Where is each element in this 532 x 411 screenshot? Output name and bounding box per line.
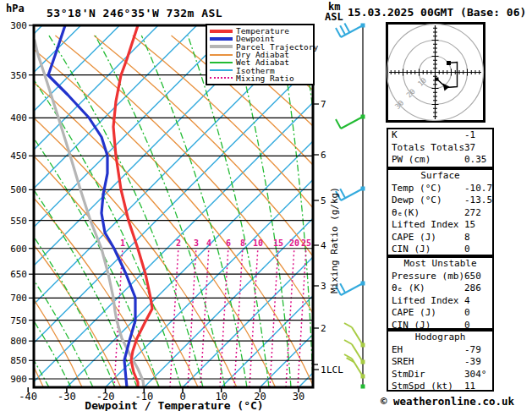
table-row-value: 0.35	[464, 154, 487, 167]
temperature-axis-title: Dewpoint / Temperature (°C)	[0, 399, 348, 411]
run-datetime: 15.03.2025 00GMT (Base: 06)	[348, 6, 526, 19]
mixing-ratio-value: 2	[176, 238, 181, 248]
table-row-value: -1	[464, 129, 475, 142]
legend-swatch-parcel-trajectory	[210, 45, 233, 48]
table-row-label: CIN (J)	[392, 244, 431, 256]
table-header: Surface	[388, 170, 492, 183]
table-row-value: -10.7	[464, 183, 492, 195]
table-row-value: -13.5	[464, 195, 492, 207]
table-row: K-1	[388, 129, 492, 142]
legend-swatch-dewpoint	[210, 37, 233, 41]
mixing-ratio-value: 4	[206, 238, 211, 248]
table-row: EH-79	[388, 344, 492, 357]
dewpoint-curve	[48, 25, 135, 387]
legend-label: Wet Adiabat	[236, 58, 289, 66]
table-row-label: Lifted Index	[392, 219, 458, 232]
legend-swatch-isotherm	[210, 69, 233, 71]
table-row-label: CAPE (J)	[392, 307, 436, 320]
table-row-label: θₑ (K)	[392, 282, 425, 295]
mixing-ratio-value: 3	[194, 238, 199, 248]
mixing-ratio-axis-title: Mixing Ratio (g/kg)	[329, 187, 340, 293]
wind-barb	[336, 282, 365, 296]
mixing-ratio-value: 15	[273, 238, 283, 248]
legend-swatch-mixing-ratio	[210, 77, 233, 79]
table-row-label: StmDir	[392, 369, 425, 381]
legend-box: TemperatureDewpointParcel TrajectoryDry …	[206, 24, 315, 85]
table-row-value: 0	[464, 307, 470, 320]
legend-swatch-temperature	[210, 30, 233, 33]
km-tick-label: 7	[321, 99, 326, 110]
table-row-label: EH	[392, 344, 403, 357]
table-row: Lifted Index15	[388, 219, 492, 232]
copyright-text: © weatheronline.co.uk	[381, 395, 514, 408]
table-row-value: 650	[464, 271, 481, 283]
table-row: Lifted Index4	[388, 295, 492, 308]
hodograph-plot: 102030	[386, 22, 485, 123]
legend-item: Mixing Ratio	[210, 74, 312, 82]
table-row-label: PW (cm)	[392, 154, 431, 167]
table-row: Totals Totals37	[388, 142, 492, 155]
table-row: StmSpd (kt)11	[388, 381, 492, 393]
table-row: StmDir304°	[388, 369, 492, 381]
legend-label: Mixing Ratio	[236, 74, 294, 82]
pressure-tick-label: 450	[10, 151, 27, 162]
table-row-value: 304°	[464, 369, 487, 381]
table-row-label: SREH	[392, 356, 414, 369]
lcl-label: LCL	[326, 364, 343, 375]
indices-table-0: K-1Totals Totals37PW (cm)0.35	[387, 128, 494, 168]
mixing-ratio-value: 20	[289, 238, 299, 248]
km-tick-label: 2	[321, 323, 326, 334]
table-row-value: 0	[464, 244, 470, 256]
table-row-value: 11	[464, 381, 475, 393]
table-row-value: 272	[464, 207, 481, 220]
table-row-value: 37	[464, 142, 475, 155]
pressure-tick-label: 300	[10, 20, 27, 31]
pressure-tick-label: 850	[10, 355, 27, 366]
pressure-tick-label: 650	[10, 269, 27, 280]
wind-barb	[336, 187, 365, 201]
pressure-axis-unit: hPa	[6, 3, 25, 14]
table-row-label: Totals Totals	[392, 142, 464, 155]
table-row-label: θₑ(K)	[392, 207, 420, 220]
table-row-label: Temp (°C)	[392, 183, 442, 195]
pressure-tick-label: 500	[10, 184, 27, 195]
mixing-ratio-value: 6	[226, 238, 231, 248]
pressure-tick-label: 750	[10, 315, 27, 326]
table-row: SREH-39	[388, 356, 492, 369]
wind-barb	[361, 385, 365, 389]
table-row-label: StmSpd (kt)	[392, 381, 453, 393]
mixing-ratio-value: 1	[120, 238, 125, 248]
table-row-value: 4	[464, 295, 470, 308]
wind-barb	[336, 115, 365, 129]
mixing-ratio-value: 25	[301, 238, 311, 248]
table-row: PW (cm)0.35	[388, 154, 492, 167]
table-row-value: 15	[464, 219, 475, 232]
km-tick-label: 4	[321, 240, 326, 251]
pressure-tick-label: 550	[10, 216, 27, 227]
table-row-value: -39	[464, 356, 481, 369]
table-row: CAPE (J)0	[388, 307, 492, 320]
table-row: CAPE (J)8	[388, 232, 492, 244]
table-row: θₑ (K)286	[388, 282, 492, 295]
table-row: Dewp (°C)-13.5	[388, 195, 492, 207]
table-row: θₑ(K)272	[388, 207, 492, 220]
table-row: CIN (J)0	[388, 244, 492, 256]
table-row-value: -79	[464, 344, 481, 357]
table-row-label: Dewp (°C)	[392, 195, 442, 207]
pressure-tick-label: 400	[10, 112, 27, 123]
pressure-tick-label: 700	[10, 293, 27, 304]
page-title: 53°18'N 246°35'W 732m ASL	[47, 7, 222, 19]
pressure-tick-label: 800	[10, 336, 27, 347]
wind-barb	[344, 354, 365, 379]
table-header: Most Unstable	[388, 258, 492, 271]
pressure-tick-label: 900	[10, 374, 27, 385]
wind-barb	[344, 323, 365, 348]
pressure-tick-label: 350	[10, 70, 27, 81]
table-row: Temp (°C)-10.7	[388, 183, 492, 195]
table-row-label: K	[392, 129, 398, 142]
table-row-value: 8	[464, 232, 470, 244]
indices-table-3: HodographEH-79SREH-39StmDir304°StmSpd (k…	[387, 330, 494, 392]
indices-table-2: Most UnstablePressure (mb)650θₑ (K)286Li…	[387, 256, 494, 330]
table-row: Pressure (mb)650	[388, 271, 492, 283]
table-header: Hodograph	[388, 332, 492, 344]
